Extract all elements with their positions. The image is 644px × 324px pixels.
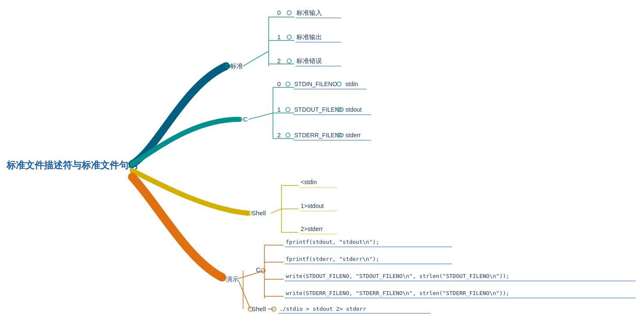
branch-standard-label: 标准 [230, 62, 243, 69]
c-item-0-num: 0 [277, 80, 281, 87]
svg-point-21 [286, 107, 290, 112]
svg-line-43 [239, 271, 264, 278]
svg-point-24 [286, 133, 290, 137]
c-item-1-num: 1 [277, 106, 281, 113]
demo-c-item-0: fprintf(stdout, "stdout\n"); [286, 239, 379, 245]
std-item-0-text: 标准输入 [296, 9, 322, 16]
branch-c-label: C [243, 116, 248, 123]
c-item-2-num: 2 [277, 131, 281, 139]
svg-line-32 [271, 209, 281, 213]
svg-line-49 [239, 281, 250, 309]
demo-c-item-1: fprintf(stderr, "stderr\n"); [286, 256, 379, 262]
svg-point-8 [287, 35, 291, 39]
svg-point-10 [287, 59, 291, 63]
c-item-1-name: stdout [345, 106, 362, 113]
std-item-1-num: 1 [277, 33, 281, 40]
std-item-0-num: 0 [277, 9, 281, 16]
c-item-0-macro: STDIN_FILENO [294, 81, 337, 87]
branch-demo-label: 演示 [226, 275, 239, 283]
std-item-2-num: 2 [277, 57, 281, 64]
c-item-2-macro: STDERR_FILENO [294, 132, 344, 139]
svg-point-6 [287, 11, 291, 15]
svg-line-5 [243, 51, 269, 66]
svg-point-19 [337, 82, 341, 86]
branch-shell-label: Shell [252, 209, 266, 217]
shell-item-1-text: 1>stdout [301, 202, 324, 209]
shell-item-0-text: <stdin [301, 179, 317, 185]
demo-c-item-2: write(STDOUT_FILENO, "STDOUT_FILENO\n", … [286, 273, 509, 279]
std-item-1-text: 标准输出 [296, 33, 322, 40]
svg-line-17 [249, 113, 273, 119]
c-item-2-name: stderr [345, 132, 361, 139]
svg-point-18 [286, 82, 290, 86]
root-title: 标准文件描述符与标准文件句柄 [6, 160, 138, 171]
shell-item-2-text: 2>stderr [301, 226, 323, 232]
c-item-1-macro: STDOUT_FILENO [294, 106, 344, 113]
demo-shell-item: ./stdio > stdout 2> stderr [279, 306, 366, 312]
demo-shell-label: Shell [252, 305, 266, 312]
c-item-0-name: stdin [345, 81, 358, 87]
demo-c-item-3: write(STDERR_FILENO, "STDERR_FILENO\n", … [286, 290, 509, 296]
std-item-2-text: 标准错误 [296, 57, 322, 64]
